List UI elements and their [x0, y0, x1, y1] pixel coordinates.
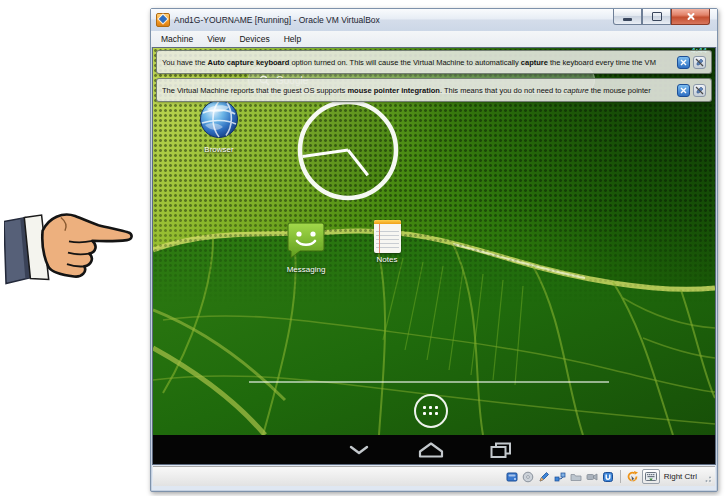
status-bar-separator [620, 470, 621, 483]
resize-grip[interactable] [702, 470, 712, 483]
notification-close-icon[interactable] [677, 84, 690, 97]
menu-help[interactable]: Help [277, 32, 308, 47]
app-label: Notes [355, 255, 419, 264]
app-label: Browser [187, 145, 251, 154]
notification-text: The Virtual Machine reports that the gue… [162, 86, 672, 95]
pointing-hand-graphic [4, 204, 134, 290]
app-label: Messaging [274, 265, 338, 274]
host-key-label: Right Ctrl [664, 472, 697, 481]
menu-view[interactable]: View [200, 32, 232, 47]
shared-folders-icon[interactable] [570, 470, 583, 483]
notification-mouse-pointer-integration: The Virtual Machine reports that the gue… [156, 78, 712, 102]
notification-close-icon[interactable] [677, 56, 690, 69]
screenshot-stage: And1G-YOURNAME [Running] - Oracle VM Vir… [0, 0, 726, 496]
app-drawer-dots-icon [423, 406, 439, 416]
messaging-bubble-icon [286, 219, 326, 259]
keyboard-capture-indicator[interactable] [642, 469, 660, 484]
dock-separator-line [249, 381, 609, 383]
notification-actions [677, 84, 706, 97]
notes-app-shortcut[interactable]: Notes [355, 220, 419, 264]
network-icon[interactable] [554, 470, 567, 483]
notes-notepad-icon [374, 220, 401, 253]
minimize-icon [623, 18, 632, 21]
pencil-icon[interactable] [538, 470, 551, 483]
video-capture-icon[interactable] [586, 470, 599, 483]
notepad-lines [376, 228, 399, 250]
app-drawer-button[interactable] [414, 394, 448, 428]
home-icon [418, 442, 444, 458]
chevron-down-icon [348, 445, 370, 455]
guest-screen[interactable]: 4:44 Google You have the Auto capture ke… [153, 48, 715, 464]
browser-app-shortcut[interactable]: Browser [187, 99, 251, 154]
keyboard-icon [645, 472, 657, 481]
android-navigation-bar [153, 435, 715, 464]
mouse-integration-icon[interactable] [626, 470, 639, 483]
recents-stack-icon [490, 442, 512, 458]
minimize-button[interactable] [613, 9, 642, 25]
messaging-app-shortcut[interactable]: Messaging [274, 219, 338, 274]
virtualbox-window: And1G-YOURNAME [Running] - Oracle VM Vir… [150, 8, 718, 492]
maximize-button[interactable] [642, 9, 671, 25]
clock-face-icon [296, 98, 400, 202]
hard-disk-icon[interactable] [506, 470, 519, 483]
menu-devices[interactable]: Devices [232, 32, 276, 47]
notification-auto-capture-keyboard: You have the Auto capture keyboard optio… [156, 50, 712, 74]
close-button[interactable] [671, 9, 710, 25]
do-not-show-again-icon[interactable] [693, 56, 706, 69]
do-not-show-again-icon[interactable] [693, 84, 706, 97]
maximize-icon [652, 12, 662, 21]
close-icon [686, 12, 695, 21]
back-button[interactable] [339, 435, 379, 464]
home-button[interactable] [411, 435, 451, 464]
menu-bar: Machine View Devices Help [151, 31, 717, 48]
recents-button[interactable] [481, 435, 521, 464]
notification-actions [677, 56, 706, 69]
menu-machine[interactable]: Machine [154, 32, 200, 47]
display-icon[interactable] [602, 470, 615, 483]
notification-text: You have the Auto capture keyboard optio… [162, 58, 672, 67]
caption-buttons [613, 9, 710, 25]
analog-clock-widget[interactable] [296, 98, 400, 202]
vbox-status-bar: Right Ctrl [153, 466, 715, 486]
optical-disk-icon[interactable] [522, 470, 535, 483]
browser-globe-icon [199, 99, 239, 139]
virtualbox-app-icon [156, 13, 170, 27]
